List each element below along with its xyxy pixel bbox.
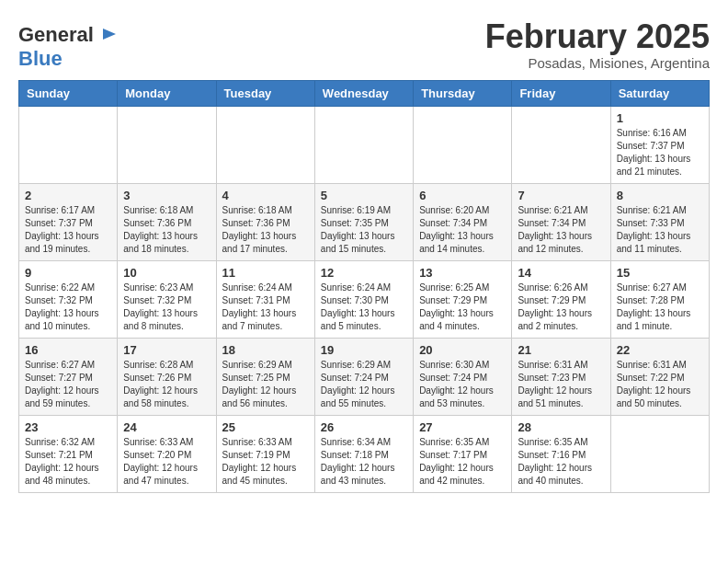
day-info: Sunrise: 6:16 AM Sunset: 7:37 PM Dayligh…	[617, 127, 703, 178]
calendar-cell	[118, 107, 216, 184]
day-number: 23	[25, 420, 111, 434]
day-info: Sunrise: 6:27 AM Sunset: 7:28 PM Dayligh…	[617, 282, 703, 333]
day-number: 25	[222, 420, 309, 434]
calendar-cell: 27Sunrise: 6:35 AM Sunset: 7:17 PM Dayli…	[414, 416, 512, 493]
day-info: Sunrise: 6:24 AM Sunset: 7:30 PM Dayligh…	[321, 282, 407, 333]
calendar-cell: 26Sunrise: 6:34 AM Sunset: 7:18 PM Dayli…	[314, 416, 413, 493]
calendar-cell: 2Sunrise: 6:17 AM Sunset: 7:37 PM Daylig…	[19, 184, 118, 261]
calendar-week-row: 2Sunrise: 6:17 AM Sunset: 7:37 PM Daylig…	[19, 184, 710, 261]
day-number: 18	[222, 343, 309, 357]
weekday-header-row: SundayMondayTuesdayWednesdayThursdayFrid…	[19, 81, 710, 107]
day-info: Sunrise: 6:25 AM Sunset: 7:29 PM Dayligh…	[419, 282, 506, 333]
day-number: 5	[321, 189, 407, 202]
day-number: 2	[25, 189, 111, 202]
day-number: 22	[617, 343, 703, 357]
calendar-cell	[414, 107, 512, 184]
calendar-cell: 16Sunrise: 6:27 AM Sunset: 7:27 PM Dayli…	[19, 339, 118, 416]
calendar-cell: 6Sunrise: 6:20 AM Sunset: 7:34 PM Daylig…	[414, 184, 512, 261]
day-info: Sunrise: 6:26 AM Sunset: 7:29 PM Dayligh…	[518, 282, 604, 333]
calendar-cell	[512, 107, 610, 184]
day-info: Sunrise: 6:35 AM Sunset: 7:17 PM Dayligh…	[419, 436, 506, 488]
day-number: 8	[617, 189, 703, 202]
day-number: 4	[222, 189, 309, 202]
calendar-cell: 25Sunrise: 6:33 AM Sunset: 7:19 PM Dayli…	[216, 416, 314, 493]
day-info: Sunrise: 6:31 AM Sunset: 7:23 PM Dayligh…	[518, 359, 604, 410]
day-number: 15	[617, 266, 703, 280]
day-info: Sunrise: 6:20 AM Sunset: 7:34 PM Dayligh…	[419, 204, 506, 256]
logo-icon	[96, 23, 119, 47]
weekday-header: Tuesday	[216, 81, 314, 107]
day-info: Sunrise: 6:23 AM Sunset: 7:32 PM Dayligh…	[123, 282, 210, 333]
day-number: 10	[123, 266, 210, 280]
calendar-cell: 4Sunrise: 6:18 AM Sunset: 7:36 PM Daylig…	[216, 184, 314, 261]
calendar-cell: 3Sunrise: 6:18 AM Sunset: 7:36 PM Daylig…	[118, 184, 216, 261]
logo-blue: Blue	[18, 47, 63, 70]
calendar-week-row: 23Sunrise: 6:32 AM Sunset: 7:21 PM Dayli…	[19, 416, 710, 493]
calendar-week-row: 1Sunrise: 6:16 AM Sunset: 7:37 PM Daylig…	[19, 107, 710, 184]
calendar-cell: 10Sunrise: 6:23 AM Sunset: 7:32 PM Dayli…	[118, 261, 216, 339]
weekday-header: Sunday	[19, 81, 118, 107]
page-header: General Blue February 2025 Posadas, Misi…	[18, 18, 710, 71]
calendar-cell	[216, 107, 314, 184]
calendar-cell: 11Sunrise: 6:24 AM Sunset: 7:31 PM Dayli…	[216, 261, 314, 339]
title-block: February 2025 Posadas, Misiones, Argenti…	[485, 18, 710, 71]
weekday-header: Monday	[118, 81, 216, 107]
day-info: Sunrise: 6:30 AM Sunset: 7:24 PM Dayligh…	[419, 359, 506, 410]
calendar-cell: 21Sunrise: 6:31 AM Sunset: 7:23 PM Dayli…	[512, 339, 610, 416]
day-number: 26	[321, 420, 407, 434]
calendar-cell: 5Sunrise: 6:19 AM Sunset: 7:35 PM Daylig…	[314, 184, 413, 261]
calendar-cell: 15Sunrise: 6:27 AM Sunset: 7:28 PM Dayli…	[610, 261, 709, 339]
day-number: 16	[25, 343, 111, 357]
day-info: Sunrise: 6:28 AM Sunset: 7:26 PM Dayligh…	[123, 359, 210, 410]
day-info: Sunrise: 6:21 AM Sunset: 7:33 PM Dayligh…	[617, 204, 703, 256]
calendar-cell: 7Sunrise: 6:21 AM Sunset: 7:34 PM Daylig…	[512, 184, 610, 261]
svg-marker-0	[103, 29, 116, 40]
day-info: Sunrise: 6:31 AM Sunset: 7:22 PM Dayligh…	[617, 359, 703, 410]
calendar-cell: 14Sunrise: 6:26 AM Sunset: 7:29 PM Dayli…	[512, 261, 610, 339]
calendar-week-row: 9Sunrise: 6:22 AM Sunset: 7:32 PM Daylig…	[19, 261, 710, 339]
day-number: 28	[518, 420, 604, 434]
day-info: Sunrise: 6:33 AM Sunset: 7:20 PM Dayligh…	[123, 436, 210, 488]
calendar-cell: 24Sunrise: 6:33 AM Sunset: 7:20 PM Dayli…	[118, 416, 216, 493]
day-number: 27	[419, 420, 506, 434]
day-number: 19	[321, 343, 407, 357]
day-number: 11	[222, 266, 309, 280]
day-info: Sunrise: 6:18 AM Sunset: 7:36 PM Dayligh…	[222, 204, 309, 256]
day-info: Sunrise: 6:29 AM Sunset: 7:25 PM Dayligh…	[222, 359, 309, 410]
weekday-header: Friday	[512, 81, 610, 107]
day-number: 24	[123, 420, 210, 434]
day-number: 20	[419, 343, 506, 357]
location-subtitle: Posadas, Misiones, Argentina	[485, 55, 710, 71]
calendar-week-row: 16Sunrise: 6:27 AM Sunset: 7:27 PM Dayli…	[19, 339, 710, 416]
day-info: Sunrise: 6:32 AM Sunset: 7:21 PM Dayligh…	[25, 436, 111, 488]
calendar-cell: 22Sunrise: 6:31 AM Sunset: 7:22 PM Dayli…	[610, 339, 709, 416]
calendar-cell: 12Sunrise: 6:24 AM Sunset: 7:30 PM Dayli…	[314, 261, 413, 339]
day-number: 6	[419, 189, 506, 202]
calendar-cell: 23Sunrise: 6:32 AM Sunset: 7:21 PM Dayli…	[19, 416, 118, 493]
day-number: 14	[518, 266, 604, 280]
calendar-cell: 13Sunrise: 6:25 AM Sunset: 7:29 PM Dayli…	[414, 261, 512, 339]
day-info: Sunrise: 6:24 AM Sunset: 7:31 PM Dayligh…	[222, 282, 309, 333]
calendar-cell: 28Sunrise: 6:35 AM Sunset: 7:16 PM Dayli…	[512, 416, 610, 493]
calendar-cell: 20Sunrise: 6:30 AM Sunset: 7:24 PM Dayli…	[414, 339, 512, 416]
day-info: Sunrise: 6:29 AM Sunset: 7:24 PM Dayligh…	[321, 359, 407, 410]
calendar-cell	[19, 107, 118, 184]
weekday-header: Thursday	[414, 81, 512, 107]
logo-general: General	[18, 23, 94, 47]
day-number: 21	[518, 343, 604, 357]
weekday-header: Wednesday	[314, 81, 413, 107]
day-number: 9	[25, 266, 111, 280]
day-number: 13	[419, 266, 506, 280]
day-info: Sunrise: 6:35 AM Sunset: 7:16 PM Dayligh…	[518, 436, 604, 488]
day-number: 12	[321, 266, 407, 280]
logo: General Blue	[18, 23, 119, 71]
weekday-header: Saturday	[610, 81, 709, 107]
day-info: Sunrise: 6:27 AM Sunset: 7:27 PM Dayligh…	[25, 359, 111, 410]
calendar-cell	[610, 416, 709, 493]
month-title: February 2025	[485, 18, 710, 55]
day-number: 3	[123, 189, 210, 202]
calendar-cell: 19Sunrise: 6:29 AM Sunset: 7:24 PM Dayli…	[314, 339, 413, 416]
day-info: Sunrise: 6:21 AM Sunset: 7:34 PM Dayligh…	[518, 204, 604, 256]
day-info: Sunrise: 6:17 AM Sunset: 7:37 PM Dayligh…	[25, 204, 111, 256]
calendar-cell	[314, 107, 413, 184]
